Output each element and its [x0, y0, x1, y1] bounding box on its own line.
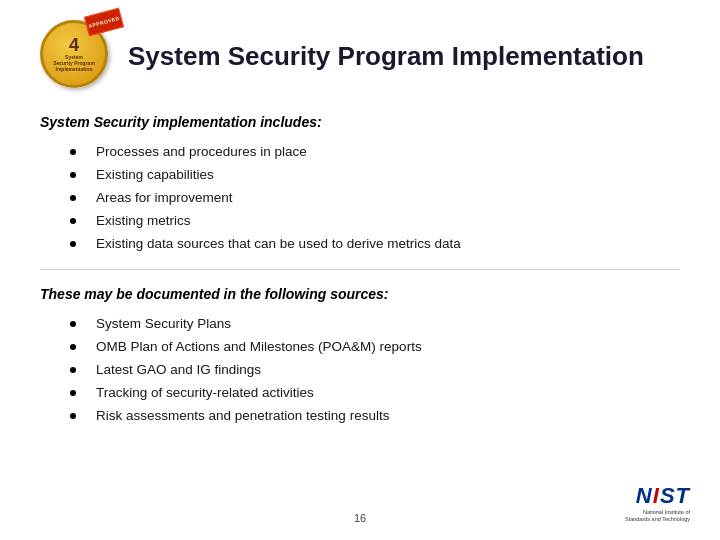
list-item-text: OMB Plan of Actions and Milestones (POA&…	[96, 339, 422, 354]
footer: NIST National Institute of Standards and…	[625, 483, 690, 524]
page-number: 16	[354, 512, 366, 524]
badge-container: 4 System Security Program Implementation…	[40, 20, 112, 92]
bullet-icon	[70, 321, 76, 327]
nist-st: ST	[660, 483, 690, 508]
list-item: System Security Plans	[40, 316, 680, 331]
nist-subtext-line1: National Institute of	[625, 509, 690, 517]
approved-stamp: APPROVED	[84, 8, 124, 37]
bullet-icon	[70, 218, 76, 224]
bullet-icon	[70, 149, 76, 155]
list-item: Latest GAO and IG findings	[40, 362, 680, 377]
badge-text-line3: Implementation	[53, 66, 95, 72]
slide-title: System Security Program Implementation	[128, 41, 680, 72]
nist-subtext: National Institute of Standards and Tech…	[625, 509, 690, 524]
list-item-text: Tracking of security-related activities	[96, 385, 314, 400]
slide: 4 System Security Program Implementation…	[0, 0, 720, 540]
list-item: Existing capabilities	[40, 167, 680, 182]
nist-i: I	[653, 483, 660, 508]
list-item: Existing metrics	[40, 213, 680, 228]
nist-n: N	[636, 483, 653, 508]
list-item-text: Processes and procedures in place	[96, 144, 307, 159]
list-item: Processes and procedures in place	[40, 144, 680, 159]
divider	[40, 269, 680, 270]
bullet-icon	[70, 172, 76, 178]
list-item-text: Existing metrics	[96, 213, 191, 228]
list-item-text: Areas for improvement	[96, 190, 233, 205]
list-item: OMB Plan of Actions and Milestones (POA&…	[40, 339, 680, 354]
section1-list: Processes and procedures in place Existi…	[40, 144, 680, 251]
bullet-icon	[70, 195, 76, 201]
section2-heading: These may be documented in the following…	[40, 286, 680, 302]
list-item-text: Existing capabilities	[96, 167, 214, 182]
badge-inner: 4 System Security Program Implementation	[53, 36, 95, 72]
list-item: Existing data sources that can be used t…	[40, 236, 680, 251]
nist-subtext-line2: Standards and Technology	[625, 516, 690, 524]
nist-logo: NIST National Institute of Standards and…	[625, 483, 690, 524]
list-item: Tracking of security-related activities	[40, 385, 680, 400]
bullet-icon	[70, 344, 76, 350]
list-item-text: Existing data sources that can be used t…	[96, 236, 461, 251]
bullet-icon	[70, 390, 76, 396]
section1-heading: System Security implementation includes:	[40, 114, 680, 130]
nist-logo-text: NIST	[636, 483, 690, 509]
list-item: Areas for improvement	[40, 190, 680, 205]
list-item-text: Latest GAO and IG findings	[96, 362, 261, 377]
list-item-text: Risk assessments and penetration testing…	[96, 408, 389, 423]
list-item: Risk assessments and penetration testing…	[40, 408, 680, 423]
section2-list: System Security Plans OMB Plan of Action…	[40, 316, 680, 423]
badge-number: 4	[53, 36, 95, 54]
bullet-icon	[70, 413, 76, 419]
header: 4 System Security Program Implementation…	[40, 20, 680, 92]
bullet-icon	[70, 367, 76, 373]
list-item-text: System Security Plans	[96, 316, 231, 331]
bullet-icon	[70, 241, 76, 247]
